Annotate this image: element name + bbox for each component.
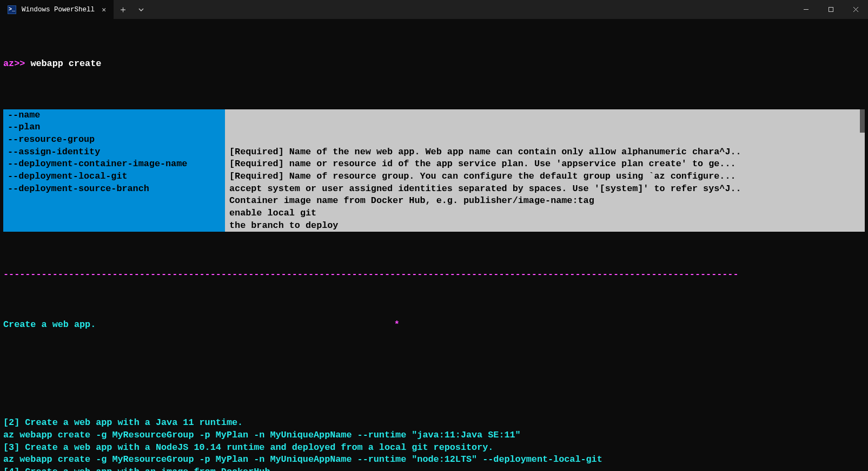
completion-scrollbar[interactable] (860, 109, 865, 133)
completion-item[interactable]: --name (8, 109, 221, 122)
completion-description: Container image name from Docker Hub, e.… (229, 195, 860, 207)
window-controls (793, 0, 868, 19)
completion-item[interactable]: --resource-group (8, 134, 221, 146)
completion-descriptions: [Required] Name of the new web app. Web … (225, 109, 865, 232)
summary-text: Create a web app. (3, 318, 96, 331)
completion-params[interactable]: --name--plan--resource-group--assign-ide… (3, 109, 225, 232)
svg-rect-1 (829, 8, 833, 12)
completion-description: [Required] Name of the new web app. Web … (229, 146, 860, 159)
example-line: az webapp create -g MyResourceGroup -p M… (3, 454, 865, 466)
prompt-input[interactable]: webapp create (30, 58, 101, 69)
completion-description: [Required] Name of resource group. You c… (229, 171, 860, 183)
titlebar: >_ Windows PowerShell ✕ ＋ (0, 0, 868, 19)
close-tab-icon[interactable]: ✕ (102, 5, 106, 14)
example-line: az webapp create -g MyResourceGroup -p M… (3, 429, 865, 442)
completion-item[interactable]: --assign-identity (8, 146, 221, 159)
divider: ----------------------------------------… (3, 269, 865, 281)
completion-item[interactable]: --plan (8, 121, 221, 134)
completion-description: accept system or user assigned identitie… (229, 183, 860, 195)
minimize-button[interactable] (793, 0, 818, 19)
tab-powershell[interactable]: >_ Windows PowerShell ✕ (0, 0, 114, 19)
completion-description: the branch to deploy (229, 220, 860, 232)
completion-item[interactable]: --deployment-local-git (8, 171, 221, 183)
tab-dropdown-icon[interactable] (132, 0, 150, 19)
tab-title: Windows PowerShell (22, 6, 96, 14)
example-line: [2] Create a web app with a Java 11 runt… (3, 417, 865, 429)
terminal-body[interactable]: az>> webapp create --name--plan--resourc… (0, 19, 868, 471)
summary-line: Create a web app. * (3, 318, 865, 331)
powershell-icon: >_ (8, 5, 16, 14)
tab-strip: >_ Windows PowerShell ✕ ＋ (0, 0, 150, 19)
completion-description: enable local git (229, 207, 860, 220)
prompt-line: az>> webapp create (3, 58, 865, 70)
example-line: [4] Create a web app with an image from … (3, 466, 865, 471)
completion-item[interactable]: --deployment-source-branch (8, 183, 221, 195)
close-window-button[interactable] (843, 0, 868, 19)
examples: [2] Create a web app with a Java 11 runt… (3, 417, 865, 471)
completion-popup[interactable]: --name--plan--resource-group--assign-ide… (3, 109, 865, 232)
new-tab-button[interactable]: ＋ (114, 0, 132, 19)
completion-item[interactable]: --deployment-container-image-name (8, 158, 221, 171)
marker-star: * (394, 318, 865, 331)
example-line: [3] Create a web app with a NodeJS 10.14… (3, 442, 865, 454)
completion-description: [Required] name or resource id of the ap… (229, 158, 860, 171)
prompt-label: az>> (3, 58, 25, 69)
maximize-button[interactable] (818, 0, 843, 19)
